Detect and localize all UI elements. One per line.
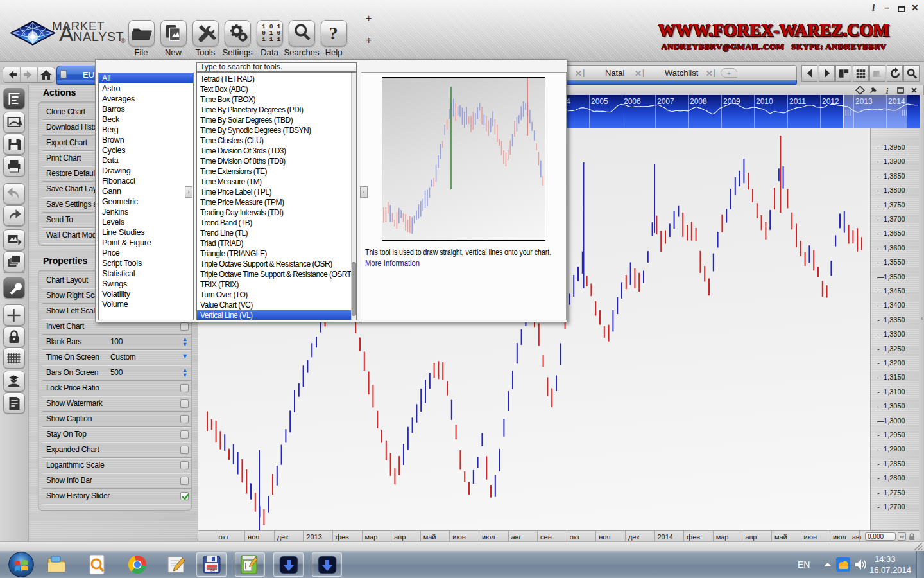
svg-text:64: 64 bbox=[210, 568, 215, 572]
svg-text:?: ? bbox=[329, 23, 338, 43]
svg-text:®: ® bbox=[121, 37, 126, 44]
svg-text:i: i bbox=[886, 87, 889, 95]
svg-text:A: A bbox=[59, 21, 74, 46]
svg-text:1 1 1: 1 1 1 bbox=[262, 36, 280, 43]
svg-text:NALYST: NALYST bbox=[73, 30, 124, 44]
